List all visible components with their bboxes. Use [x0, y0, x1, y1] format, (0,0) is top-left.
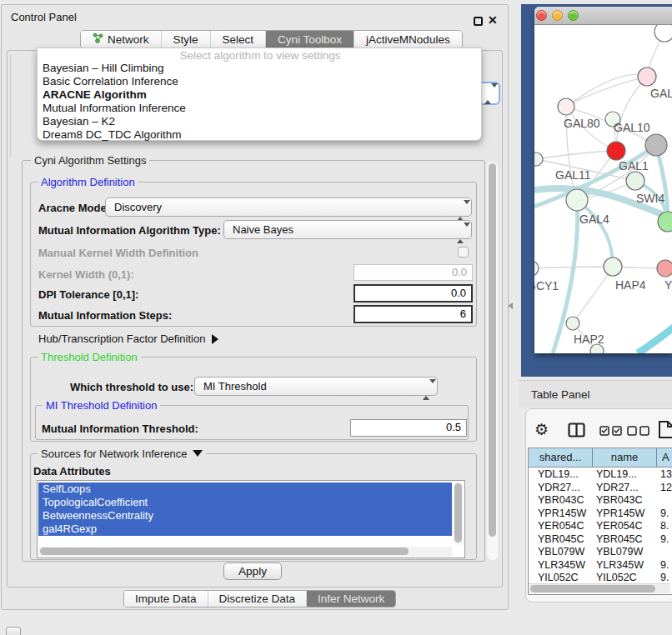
node-label: GAL10 — [614, 121, 650, 134]
control-panel-tabbar: Network Style Select Cyni Toolbox jActiv… — [80, 30, 463, 49]
select-all-icon[interactable] — [599, 426, 623, 438]
hidden-groupbox-edge — [10, 55, 11, 157]
settings-scrollbar[interactable] — [487, 162, 498, 560]
algorithm-selector-combo-edge[interactable] — [481, 82, 500, 105]
list-item[interactable]: TopologicalCoefficient — [38, 496, 452, 509]
node-label: GAL1 — [619, 159, 649, 172]
table-row[interactable]: YDL19... YDL19... 13 — [529, 468, 672, 482]
tab-style[interactable]: Style — [161, 31, 210, 48]
mi-algorithm-type-label: Mutual Information Algorithm Type: — [38, 224, 221, 237]
algorithm-dropdown-popup: Select algorithm to view settings Bayesi… — [37, 48, 482, 141]
attributes-list-vscrollbar[interactable] — [453, 482, 464, 546]
threshold-definition-title: Threshold Definition — [38, 351, 141, 363]
tab-select[interactable]: Select — [210, 31, 266, 48]
node-label: HAP2 — [574, 332, 604, 346]
network-node — [626, 172, 644, 190]
table-row[interactable]: YER054C YER054C 8. — [529, 520, 672, 533]
network-node-selected — [607, 142, 625, 160]
tab-cyni-toolbox[interactable]: Cyni Toolbox — [265, 31, 354, 48]
split-pane-collapse-icon[interactable] — [508, 302, 513, 309]
node-label: GCY1 — [534, 279, 559, 292]
table-hscrollbar[interactable] — [529, 583, 670, 593]
table-row[interactable]: YBL079W YBL079W — [529, 546, 672, 559]
gear-icon[interactable]: ⚙ — [534, 420, 549, 439]
network-canvas[interactable]: GAL GAL80 GAL10 GAL11 GAL1 SWI4 GAL4 GCY… — [534, 25, 672, 353]
deselect-all-icon[interactable] — [627, 426, 650, 438]
table-row[interactable]: YDR27... YDR27... 12 — [529, 482, 672, 495]
table-row[interactable]: YLR345W YLR345W 9. — [529, 559, 672, 572]
combo-arrows-icon — [457, 224, 464, 242]
which-threshold-select[interactable]: MI Threshold — [194, 377, 438, 396]
tab-network[interactable]: Network — [81, 31, 161, 48]
column-header[interactable]: A — [657, 448, 672, 467]
dpi-tolerance-input[interactable]: 0.0 — [354, 284, 473, 302]
mi-threshold-input[interactable]: 0.5 — [350, 419, 467, 437]
collapse-down-icon — [193, 450, 203, 457]
node-label: GAL11 — [555, 168, 591, 182]
network-node — [604, 258, 622, 276]
list-item[interactable]: SelfLoops — [38, 482, 452, 496]
export-table-icon[interactable] — [658, 420, 672, 442]
network-node — [534, 261, 539, 276]
network-node — [566, 317, 579, 330]
tab-impute-data[interactable]: Impute Data — [124, 591, 208, 607]
list-item[interactable]: gal4RGexp — [38, 522, 452, 536]
menu-item[interactable]: Bayesian – K2 — [39, 115, 479, 128]
column-selector-icon[interactable] — [568, 422, 585, 440]
float-panel-icon[interactable] — [474, 17, 483, 26]
algorithm-definition-title: Algorithm Definition — [38, 176, 138, 188]
close-window-icon[interactable] — [536, 10, 547, 21]
minimize-window-icon[interactable] — [552, 10, 563, 21]
combo-arrows-icon — [423, 381, 430, 398]
column-header[interactable]: shared... — [529, 448, 593, 467]
mi-threshold-label: Mutual Information Threshold: — [42, 422, 198, 435]
network-node — [534, 152, 543, 166]
restore-panel-button[interactable] — [6, 627, 21, 635]
screen: Control Panel ✕ Network Style Select Cyn… — [0, 0, 672, 635]
mi-algorithm-type-select[interactable]: Naive Bayes — [223, 220, 472, 239]
menu-item-selected[interactable]: ARACNE Algorithm — [39, 88, 479, 102]
table-row[interactable]: YBR045C YBR045C 9. — [529, 533, 672, 547]
expand-right-icon — [212, 334, 218, 344]
control-panel-title: Control Panel — [11, 11, 77, 23]
table-header-row: shared... name A — [529, 448, 672, 468]
manual-kernel-width-checkbox[interactable] — [458, 247, 469, 258]
network-node — [638, 68, 656, 86]
close-panel-icon[interactable]: ✕ — [488, 13, 498, 27]
node-label: HAP4 — [615, 278, 646, 292]
node-table: shared... name A YDL19... YDL19... 13 YD… — [528, 448, 672, 595]
aracne-mode-select[interactable]: Discovery — [105, 198, 472, 217]
data-attributes-label: Data Attributes — [33, 465, 111, 478]
mi-steps-label: Mutual Information Steps: — [38, 309, 172, 322]
attributes-list-hscrollbar[interactable] — [38, 547, 452, 557]
network-window-titlebar[interactable] — [534, 7, 672, 25]
network-node — [566, 189, 588, 211]
menu-item[interactable]: Basic Correlation Inference — [39, 75, 479, 88]
tab-network-label: Network — [108, 31, 149, 48]
list-item[interactable]: BetweennessCentrality — [38, 509, 452, 522]
menu-item[interactable]: Mutual Information Inference — [39, 102, 479, 115]
tab-discretize-data[interactable]: Discretize Data — [208, 591, 307, 607]
node-label: GAL — [650, 87, 672, 100]
tab-jactivemnodules[interactable]: jActiveMNodules — [354, 31, 462, 48]
sources-title[interactable]: Sources for Network Inference — [38, 448, 206, 460]
network-node-labels: GAL GAL80 GAL10 GAL11 GAL1 SWI4 GAL4 GCY… — [534, 87, 672, 346]
column-header[interactable]: name — [593, 448, 657, 467]
node-label: GAL4 — [579, 212, 609, 226]
table-row[interactable]: YPR145W YPR145W 9. — [529, 508, 672, 521]
cyni-bottom-tabbar: Impute Data Discretize Data Infer Networ… — [123, 590, 396, 608]
network-node — [657, 260, 672, 277]
zoom-window-icon[interactable] — [568, 10, 579, 21]
node-label: Y — [664, 278, 672, 292]
cyni-algorithm-settings-title: Cyni Algorithm Settings — [31, 154, 149, 167]
aracne-mode-label: Aracne Mode: — [38, 202, 110, 214]
menu-item[interactable]: Dream8 DC_TDC Algorithm — [39, 128, 479, 142]
hub-tf-definition-toggle[interactable]: Hub/Transcription Factor Definition — [38, 332, 218, 345]
apply-button[interactable]: Apply — [223, 562, 282, 580]
tab-infer-network[interactable]: Infer Network — [306, 591, 395, 607]
table-row[interactable]: YBR043C YBR043C — [529, 494, 672, 508]
mi-steps-input[interactable]: 6 — [354, 305, 473, 323]
manual-kernel-width-label: Manual Kernel Width Definition — [38, 247, 198, 259]
node-label: GAL80 — [564, 117, 600, 130]
menu-item[interactable]: Bayesian – Hill Climbing — [39, 62, 479, 75]
